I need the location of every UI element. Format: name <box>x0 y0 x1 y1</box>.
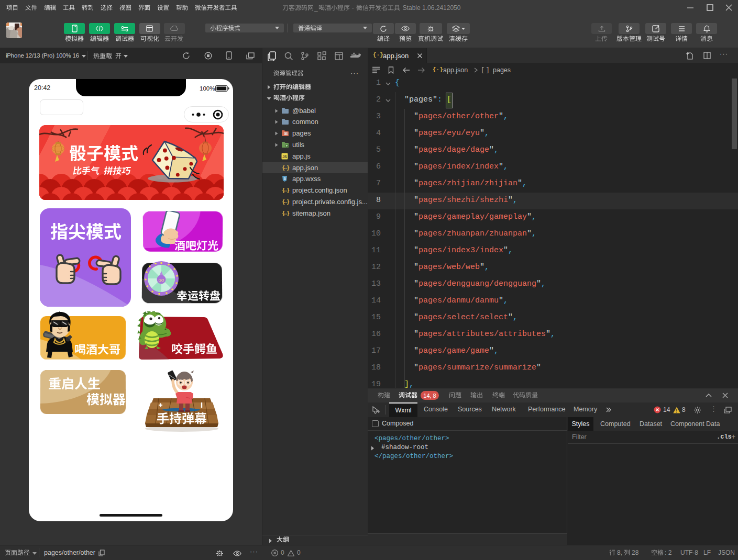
svg-text:{: { <box>282 198 285 205</box>
svg-text:}: } <box>287 164 290 171</box>
svg-text:{: { <box>282 164 285 171</box>
svg-text:GO: GO <box>159 278 164 282</box>
svg-text:{: { <box>282 210 285 216</box>
svg-text:}: } <box>287 187 290 193</box>
svg-text:}: } <box>287 210 290 216</box>
svg-text:{: { <box>282 187 285 193</box>
svg-text:3: 3 <box>284 177 286 181</box>
svg-text:}: } <box>287 198 290 205</box>
svg-text:JS: JS <box>282 154 287 158</box>
